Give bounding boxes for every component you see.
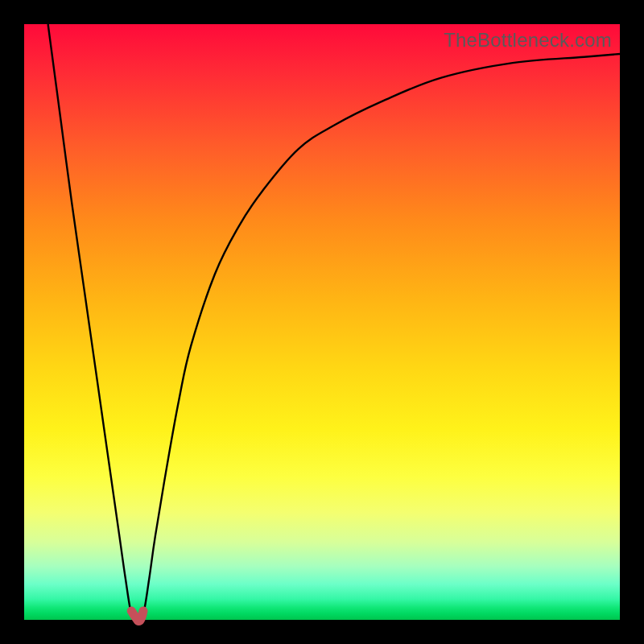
chart-plot-area: TheBottleneck.com — [24, 24, 620, 620]
chart-svg — [24, 24, 620, 620]
bottleneck-marker — [131, 611, 143, 621]
chart-frame: TheBottleneck.com — [0, 0, 644, 644]
bottleneck-curve — [48, 24, 620, 620]
